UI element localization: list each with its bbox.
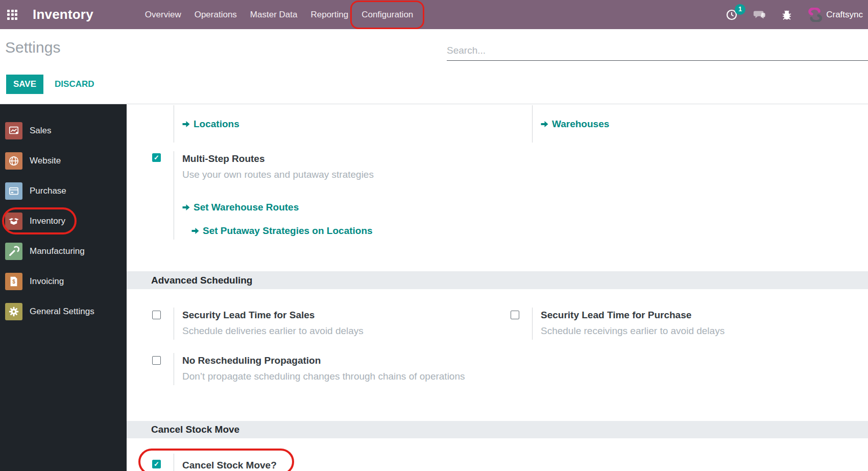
- sidebar-item-inventory[interactable]: Inventory: [0, 206, 127, 236]
- security-lead-time-row: Security Lead Time for Sales Schedule de…: [151, 308, 868, 340]
- no-rescheduling-checkbox[interactable]: [152, 356, 161, 365]
- security-lead-time-purchase-checkbox[interactable]: [511, 311, 519, 319]
- nav-item-overview[interactable]: Overview: [138, 6, 188, 24]
- security-lead-time-purchase-label[interactable]: Security Lead Time for Purchase: [541, 310, 868, 321]
- activity-badge: 1: [735, 4, 745, 15]
- bug-icon[interactable]: [780, 8, 793, 21]
- invoicing-document-icon: $: [5, 273, 22, 290]
- set-putaway-strategies-link[interactable]: Set Putaway Strategies on Locations: [191, 225, 373, 237]
- set-warehouse-routes-link[interactable]: Set Warehouse Routes: [182, 202, 299, 213]
- locations-link[interactable]: Locations: [182, 119, 239, 130]
- inventory-box-icon: [5, 213, 22, 230]
- multi-step-routes-cell: ✓ Multi-Step Routes Use your own routes …: [151, 151, 510, 240]
- chat-icon[interactable]: [753, 8, 766, 21]
- nav-menu: Overview Operations Master Data Reportin…: [138, 6, 420, 24]
- search-input[interactable]: [447, 44, 868, 61]
- website-globe-icon: [5, 152, 22, 170]
- section-header-cancel-stock-move: Cancel Stock Move: [127, 421, 868, 438]
- settings-content: Locations Warehouses: [127, 104, 868, 471]
- craftsync-logo-icon: [808, 8, 822, 22]
- page-title: Settings: [5, 39, 60, 56]
- no-rescheduling-row: No Rescheduling Propagation Don’t propag…: [151, 353, 868, 385]
- cancel-stock-move-cell: ✓ Cancel Stock Move?: [151, 454, 510, 471]
- multi-step-routes-label[interactable]: Multi-Step Routes: [182, 153, 510, 164]
- main-area: Sales Website Purchase: [0, 104, 868, 471]
- nav-item-reporting[interactable]: Reporting: [304, 6, 355, 24]
- section-header-advanced-scheduling: Advanced Scheduling: [127, 271, 868, 289]
- arrow-right-icon: [182, 204, 190, 211]
- settings-header: Settings SAVE DISCARD: [0, 29, 868, 104]
- no-rescheduling-cell: No Rescheduling Propagation Don’t propag…: [151, 353, 510, 385]
- security-lead-time-purchase-description: Schedule receivings earlier to avoid del…: [541, 325, 868, 337]
- security-lead-time-sales-checkbox[interactable]: [152, 311, 161, 319]
- arrow-right-icon: [182, 121, 190, 128]
- no-rescheduling-label[interactable]: No Rescheduling Propagation: [182, 355, 510, 366]
- nav-item-operations[interactable]: Operations: [188, 6, 244, 24]
- cancel-stock-move-label[interactable]: Cancel Stock Move?: [182, 460, 510, 471]
- multi-step-routes-row: ✓ Multi-Step Routes Use your own routes …: [151, 151, 868, 240]
- sidebar-item-purchase[interactable]: Purchase: [0, 176, 127, 206]
- security-lead-time-sales-cell: Security Lead Time for Sales Schedule de…: [151, 308, 510, 340]
- security-lead-time-purchase-cell: Security Lead Time for Purchase Schedule…: [510, 308, 868, 340]
- nav-item-configuration[interactable]: Configuration: [355, 6, 420, 24]
- user-name: Craftsync: [826, 10, 863, 20]
- nav-right-icons: 1 Craftsync: [725, 8, 868, 22]
- settings-sidebar: Sales Website Purchase: [0, 104, 127, 471]
- activity-clock-icon[interactable]: 1: [725, 8, 738, 21]
- general-settings-gear-icon: [5, 303, 22, 320]
- multi-step-routes-description: Use your own routes and putaway strategi…: [182, 169, 510, 180]
- arrow-right-icon: [191, 227, 199, 234]
- cancel-stock-move-row: ✓ Cancel Stock Move?: [151, 454, 868, 471]
- nav-item-master-data[interactable]: Master Data: [244, 6, 304, 24]
- app-title[interactable]: Inventory: [33, 7, 93, 22]
- sidebar-item-general-settings[interactable]: General Settings: [0, 296, 127, 326]
- save-button[interactable]: SAVE: [6, 75, 43, 94]
- sidebar-item-manufacturing[interactable]: Manufacturing: [0, 236, 127, 266]
- multi-step-routes-checkbox[interactable]: ✓: [152, 153, 161, 162]
- nav-item-configuration-label: Configuration: [361, 10, 413, 19]
- no-rescheduling-description: Don’t propagate scheduling changes throu…: [182, 371, 510, 382]
- header-actions: SAVE DISCARD: [6, 75, 94, 94]
- sidebar-item-label: Purchase: [30, 186, 66, 196]
- security-lead-time-sales-label[interactable]: Security Lead Time for Sales: [182, 310, 510, 321]
- sidebar-item-label: Invoicing: [30, 276, 64, 287]
- sidebar-item-label: Manufacturing: [30, 246, 85, 256]
- svg-text:$: $: [12, 278, 15, 284]
- discard-button[interactable]: DISCARD: [55, 79, 94, 89]
- purchase-card-icon: [5, 182, 22, 200]
- sidebar-item-sales[interactable]: Sales: [0, 115, 127, 146]
- warehouse-links-row: Locations Warehouses: [151, 105, 868, 143]
- manufacturing-wrench-icon: [5, 243, 22, 260]
- sales-chart-icon: [5, 122, 22, 139]
- warehouses-cell: Warehouses: [510, 105, 868, 143]
- sidebar-item-label: Sales: [30, 126, 52, 136]
- security-lead-time-sales-description: Schedule deliveries earlier to avoid del…: [182, 325, 510, 337]
- top-nav: Inventory Overview Operations Master Dat…: [0, 0, 868, 29]
- sidebar-item-label: Website: [30, 156, 61, 166]
- warehouses-link[interactable]: Warehouses: [541, 119, 609, 130]
- user-menu[interactable]: Craftsync: [808, 8, 863, 22]
- locations-cell: Locations: [151, 105, 510, 143]
- arrow-right-icon: [541, 121, 548, 128]
- sidebar-item-website[interactable]: Website: [0, 146, 127, 176]
- sidebar-item-invoicing[interactable]: $ Invoicing: [0, 266, 127, 296]
- cancel-stock-move-checkbox[interactable]: ✓: [152, 460, 161, 468]
- sidebar-item-label: Inventory: [30, 216, 65, 226]
- search-box: [447, 44, 868, 61]
- apps-grid-icon[interactable]: [7, 10, 17, 20]
- sidebar-item-label: General Settings: [30, 307, 94, 317]
